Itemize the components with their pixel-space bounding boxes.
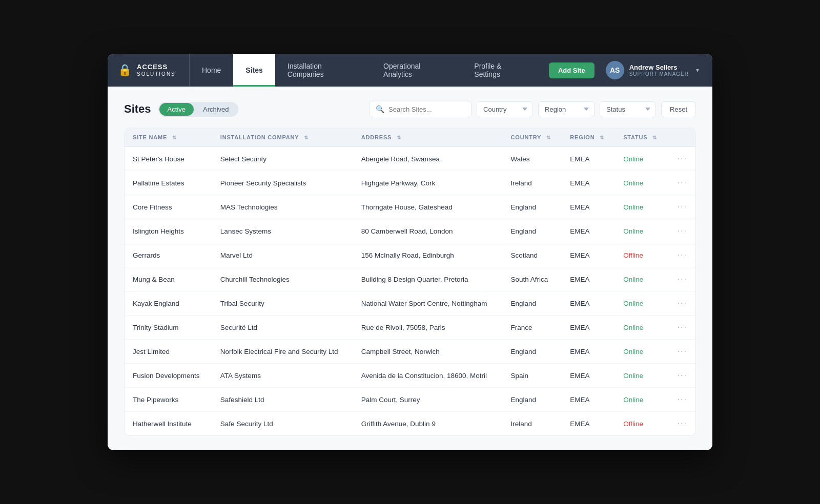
cell-company: Lansec Systems bbox=[212, 219, 353, 243]
row-actions-menu[interactable]: ··· bbox=[668, 316, 695, 340]
cell-address: Palm Court, Surrey bbox=[353, 388, 503, 412]
status-badge: Online bbox=[615, 267, 668, 291]
tab-active[interactable]: Active bbox=[159, 103, 194, 116]
cell-address: Highgate Parkway, Cork bbox=[353, 171, 503, 195]
table-row[interactable]: Islington Heights Lansec Systems 80 Camb… bbox=[125, 219, 695, 243]
row-actions-menu[interactable]: ··· bbox=[668, 171, 695, 195]
row-actions-menu[interactable]: ··· bbox=[668, 291, 695, 316]
avatar: AS bbox=[606, 61, 624, 79]
region-filter[interactable]: Region bbox=[538, 101, 594, 117]
table-row[interactable]: The Pipeworks Safeshield Ltd Palm Court,… bbox=[125, 388, 695, 412]
status-badge: Online bbox=[615, 340, 668, 364]
table-row[interactable]: Gerrards Marvel Ltd 156 McInally Road, E… bbox=[125, 243, 695, 267]
cell-address: 156 McInally Road, Edinburgh bbox=[353, 243, 503, 267]
col-region[interactable]: REGION ⇅ bbox=[562, 128, 615, 147]
cell-company: Safeshield Ltd bbox=[212, 388, 353, 412]
cell-region: EMEA bbox=[562, 171, 615, 195]
cell-site-name: Hatherwell Institute bbox=[125, 412, 212, 436]
cell-country: England bbox=[503, 340, 562, 364]
row-actions-menu[interactable]: ··· bbox=[668, 147, 695, 171]
search-input[interactable] bbox=[388, 106, 465, 113]
logo-text: ACCESS bbox=[137, 63, 176, 71]
user-profile[interactable]: AS Andrew Sellers SUPPORT MANAGER ▾ bbox=[601, 58, 704, 82]
status-badge: Online bbox=[615, 388, 668, 412]
table-row[interactable]: Mung & Bean Churchill Technologies Build… bbox=[125, 267, 695, 291]
cell-company: MAS Technologies bbox=[212, 195, 353, 219]
nav-right: Add Site AS Andrew Sellers SUPPORT MANAG… bbox=[541, 54, 712, 87]
cell-site-name: Core Fitness bbox=[125, 195, 212, 219]
cell-address: Griffith Avenue, Dublin 9 bbox=[353, 412, 503, 436]
cell-company: Safe Security Ltd bbox=[212, 412, 353, 436]
table-row[interactable]: Hatherwell Institute Safe Security Ltd G… bbox=[125, 412, 695, 436]
cell-address: Building 8 Design Quarter, Pretoria bbox=[353, 267, 503, 291]
logo-sub: SOLUTIONS bbox=[137, 71, 176, 77]
table-row[interactable]: St Peter's House Select Security Abergel… bbox=[125, 147, 695, 171]
status-badge: Offline bbox=[615, 412, 668, 436]
cell-address: 80 Camberwell Road, London bbox=[353, 219, 503, 243]
lock-icon: 🔒 bbox=[118, 64, 132, 77]
chevron-down-icon: ▾ bbox=[696, 67, 699, 74]
status-filter[interactable]: Status bbox=[600, 101, 656, 117]
cell-company: Marvel Ltd bbox=[212, 243, 353, 267]
table-row[interactable]: Pallatine Estates Pioneer Security Speci… bbox=[125, 171, 695, 195]
table-body: St Peter's House Select Security Abergel… bbox=[125, 147, 695, 436]
nav-home[interactable]: Home bbox=[190, 54, 233, 87]
status-badge: Online bbox=[615, 316, 668, 340]
reset-button[interactable]: Reset bbox=[661, 101, 696, 117]
country-filter[interactable]: Country bbox=[477, 101, 533, 117]
cell-address: Campbell Street, Norwich bbox=[353, 340, 503, 364]
cell-region: EMEA bbox=[562, 412, 615, 436]
row-actions-menu[interactable]: ··· bbox=[668, 195, 695, 219]
row-actions-menu[interactable]: ··· bbox=[668, 219, 695, 243]
table-header: SITE NAME ⇅ INSTALLATION COMPANY ⇅ ADDRE… bbox=[125, 128, 695, 147]
cell-address: Thorngate House, Gateshead bbox=[353, 195, 503, 219]
col-installation-company[interactable]: INSTALLATION COMPANY ⇅ bbox=[212, 128, 353, 147]
tab-group: Active Archived bbox=[158, 102, 238, 117]
col-status[interactable]: STATUS ⇅ bbox=[615, 128, 668, 147]
status-badge: Online bbox=[615, 171, 668, 195]
cell-site-name: Jest Limited bbox=[125, 340, 212, 364]
row-actions-menu[interactable]: ··· bbox=[668, 340, 695, 364]
cell-address: National Water Sport Centre, Nottingham bbox=[353, 291, 503, 316]
user-role: SUPPORT MANAGER bbox=[629, 71, 689, 77]
cell-site-name: Kayak England bbox=[125, 291, 212, 316]
main-content: Sites Active Archived 🔍 Country Region bbox=[108, 87, 712, 450]
cell-site-name: Gerrards bbox=[125, 243, 212, 267]
cell-country: South Africa bbox=[503, 267, 562, 291]
tab-archived[interactable]: Archived bbox=[195, 103, 237, 116]
row-actions-menu[interactable]: ··· bbox=[668, 364, 695, 388]
search-box: 🔍 bbox=[369, 101, 471, 117]
col-address[interactable]: ADDRESS ⇅ bbox=[353, 128, 503, 147]
add-site-button[interactable]: Add Site bbox=[549, 62, 594, 78]
navbar: 🔒 ACCESS SOLUTIONS Home Sites Installati… bbox=[108, 54, 712, 87]
col-country[interactable]: COUNTRY ⇅ bbox=[503, 128, 562, 147]
cell-country: Wales bbox=[503, 147, 562, 171]
nav-analytics[interactable]: Operational Analytics bbox=[371, 54, 462, 87]
sort-icon-site: ⇅ bbox=[172, 135, 177, 140]
nav-sites[interactable]: Sites bbox=[233, 54, 275, 87]
row-actions-menu[interactable]: ··· bbox=[668, 412, 695, 436]
row-actions-menu[interactable]: ··· bbox=[668, 243, 695, 267]
cell-site-name: Islington Heights bbox=[125, 219, 212, 243]
table-row[interactable]: Core Fitness MAS Technologies Thorngate … bbox=[125, 195, 695, 219]
search-icon: 🔍 bbox=[376, 105, 384, 113]
row-actions-menu[interactable]: ··· bbox=[668, 267, 695, 291]
table-row[interactable]: Fusion Developments ATA Systems Avenida … bbox=[125, 364, 695, 388]
page-title-row: Sites Active Archived bbox=[124, 102, 238, 117]
nav-profile[interactable]: Profile & Settings bbox=[462, 54, 541, 87]
filters-row: 🔍 Country Region Status Reset bbox=[369, 101, 696, 117]
nav-installation[interactable]: Installation Companies bbox=[275, 54, 371, 87]
nav-links: Home Sites Installation Companies Operat… bbox=[190, 54, 541, 87]
col-site-name[interactable]: SITE NAME ⇅ bbox=[125, 128, 212, 147]
cell-country: Ireland bbox=[503, 412, 562, 436]
sites-table: SITE NAME ⇅ INSTALLATION COMPANY ⇅ ADDRE… bbox=[124, 128, 696, 436]
table-row[interactable]: Trinity Stadium Securité Ltd Rue de Rivo… bbox=[125, 316, 695, 340]
table-row[interactable]: Kayak England Tribal Security National W… bbox=[125, 291, 695, 316]
user-name: Andrew Sellers bbox=[629, 64, 689, 71]
browser-frame: 🔒 ACCESS SOLUTIONS Home Sites Installati… bbox=[108, 54, 712, 450]
row-actions-menu[interactable]: ··· bbox=[668, 388, 695, 412]
table-row[interactable]: Jest Limited Norfolk Electrical Fire and… bbox=[125, 340, 695, 364]
sort-icon-status: ⇅ bbox=[652, 135, 657, 140]
cell-region: EMEA bbox=[562, 267, 615, 291]
cell-region: EMEA bbox=[562, 364, 615, 388]
